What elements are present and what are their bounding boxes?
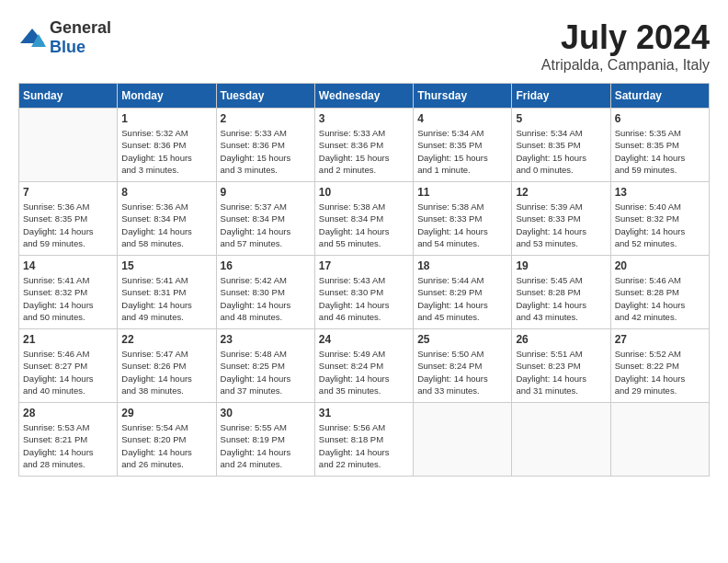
day-info: Sunrise: 5:43 AM Sunset: 8:30 PM Dayligh… [319, 274, 409, 323]
day-info: Sunrise: 5:46 AM Sunset: 8:27 PM Dayligh… [23, 348, 113, 396]
month-title: July 2024 [541, 18, 710, 57]
calendar-cell [19, 109, 118, 182]
calendar-cell: 14Sunrise: 5:41 AM Sunset: 8:32 PM Dayli… [19, 256, 118, 329]
calendar-week-4: 21Sunrise: 5:46 AM Sunset: 8:27 PM Dayli… [19, 329, 710, 403]
day-number: 30 [221, 407, 311, 419]
logo-general: General [50, 18, 111, 37]
weekday-header-thursday: Thursday [414, 84, 512, 109]
day-info: Sunrise: 5:53 AM Sunset: 8:21 PM Dayligh… [23, 421, 113, 470]
logo-icon [18, 27, 46, 49]
day-number: 21 [23, 333, 113, 346]
day-number: 8 [121, 186, 211, 199]
day-info: Sunrise: 5:39 AM Sunset: 8:33 PM Dayligh… [516, 201, 606, 249]
day-info: Sunrise: 5:47 AM Sunset: 8:26 PM Dayligh… [121, 348, 211, 396]
calendar-cell: 28Sunrise: 5:53 AM Sunset: 8:21 PM Dayli… [19, 403, 118, 477]
calendar-cell: 22Sunrise: 5:47 AM Sunset: 8:26 PM Dayli… [118, 329, 216, 403]
day-info: Sunrise: 5:45 AM Sunset: 8:28 PM Dayligh… [516, 274, 606, 323]
calendar-cell: 19Sunrise: 5:45 AM Sunset: 8:28 PM Dayli… [512, 256, 610, 329]
calendar-cell [610, 403, 709, 477]
calendar-cell: 6Sunrise: 5:35 AM Sunset: 8:35 PM Daylig… [610, 109, 709, 182]
day-info: Sunrise: 5:38 AM Sunset: 8:34 PM Dayligh… [319, 201, 409, 249]
day-info: Sunrise: 5:52 AM Sunset: 8:22 PM Dayligh… [615, 348, 705, 396]
calendar-cell: 31Sunrise: 5:56 AM Sunset: 8:18 PM Dayli… [314, 403, 413, 477]
day-number: 2 [221, 112, 311, 125]
day-number: 19 [516, 259, 606, 272]
day-number: 5 [516, 112, 606, 125]
day-number: 27 [615, 333, 705, 346]
weekday-header-saturday: Saturday [610, 84, 709, 109]
day-info: Sunrise: 5:38 AM Sunset: 8:33 PM Dayligh… [417, 201, 507, 249]
day-info: Sunrise: 5:48 AM Sunset: 8:25 PM Dayligh… [221, 348, 311, 396]
calendar-cell: 29Sunrise: 5:54 AM Sunset: 8:20 PM Dayli… [118, 403, 216, 477]
calendar-week-2: 7Sunrise: 5:36 AM Sunset: 8:35 PM Daylig… [19, 182, 710, 256]
day-info: Sunrise: 5:46 AM Sunset: 8:28 PM Dayligh… [615, 274, 705, 323]
calendar-cell: 5Sunrise: 5:34 AM Sunset: 8:35 PM Daylig… [512, 109, 610, 182]
calendar-cell: 10Sunrise: 5:38 AM Sunset: 8:34 PM Dayli… [314, 182, 413, 256]
day-info: Sunrise: 5:44 AM Sunset: 8:29 PM Dayligh… [417, 274, 507, 323]
calendar-cell: 26Sunrise: 5:51 AM Sunset: 8:23 PM Dayli… [512, 329, 610, 403]
day-info: Sunrise: 5:36 AM Sunset: 8:35 PM Dayligh… [23, 201, 113, 249]
calendar-cell: 9Sunrise: 5:37 AM Sunset: 8:34 PM Daylig… [216, 182, 314, 256]
day-info: Sunrise: 5:40 AM Sunset: 8:32 PM Dayligh… [615, 201, 705, 249]
calendar-week-1: 1Sunrise: 5:32 AM Sunset: 8:36 PM Daylig… [19, 109, 710, 182]
day-number: 17 [319, 259, 409, 272]
day-number: 25 [417, 333, 507, 346]
day-info: Sunrise: 5:37 AM Sunset: 8:34 PM Dayligh… [221, 201, 311, 249]
calendar-week-3: 14Sunrise: 5:41 AM Sunset: 8:32 PM Dayli… [19, 256, 710, 329]
calendar-cell: 3Sunrise: 5:33 AM Sunset: 8:36 PM Daylig… [314, 109, 413, 182]
calendar-cell: 21Sunrise: 5:46 AM Sunset: 8:27 PM Dayli… [19, 329, 118, 403]
calendar-cell: 7Sunrise: 5:36 AM Sunset: 8:35 PM Daylig… [19, 182, 118, 256]
weekday-header-wednesday: Wednesday [314, 84, 413, 109]
calendar-cell: 25Sunrise: 5:50 AM Sunset: 8:24 PM Dayli… [414, 329, 512, 403]
calendar-cell: 12Sunrise: 5:39 AM Sunset: 8:33 PM Dayli… [512, 182, 610, 256]
day-number: 12 [516, 186, 606, 199]
weekday-header-sunday: Sunday [19, 84, 118, 109]
day-number: 15 [121, 259, 211, 272]
day-number: 10 [319, 186, 409, 199]
day-info: Sunrise: 5:33 AM Sunset: 8:36 PM Dayligh… [221, 127, 311, 176]
day-number: 4 [417, 112, 507, 125]
day-number: 31 [319, 407, 409, 419]
day-info: Sunrise: 5:33 AM Sunset: 8:36 PM Dayligh… [319, 127, 409, 176]
day-number: 28 [23, 407, 113, 419]
calendar-cell: 16Sunrise: 5:42 AM Sunset: 8:30 PM Dayli… [216, 256, 314, 329]
calendar-cell: 20Sunrise: 5:46 AM Sunset: 8:28 PM Dayli… [610, 256, 709, 329]
calendar-cell: 4Sunrise: 5:34 AM Sunset: 8:35 PM Daylig… [414, 109, 512, 182]
title-area: July 2024 Atripalda, Campania, Italy [541, 18, 710, 74]
day-info: Sunrise: 5:49 AM Sunset: 8:24 PM Dayligh… [319, 348, 409, 396]
day-number: 9 [221, 186, 311, 199]
day-number: 26 [516, 333, 606, 346]
day-number: 22 [121, 333, 211, 346]
calendar-cell: 17Sunrise: 5:43 AM Sunset: 8:30 PM Dayli… [314, 256, 413, 329]
day-number: 6 [615, 112, 705, 125]
day-number: 1 [121, 112, 211, 125]
day-info: Sunrise: 5:50 AM Sunset: 8:24 PM Dayligh… [417, 348, 507, 396]
day-info: Sunrise: 5:41 AM Sunset: 8:32 PM Dayligh… [23, 274, 113, 323]
calendar-week-5: 28Sunrise: 5:53 AM Sunset: 8:21 PM Dayli… [19, 403, 710, 477]
day-number: 24 [319, 333, 409, 346]
day-info: Sunrise: 5:34 AM Sunset: 8:35 PM Dayligh… [516, 127, 606, 176]
day-number: 3 [319, 112, 409, 125]
weekday-header-monday: Monday [118, 84, 216, 109]
day-number: 29 [121, 407, 211, 419]
day-info: Sunrise: 5:55 AM Sunset: 8:19 PM Dayligh… [221, 421, 311, 470]
day-number: 14 [23, 259, 113, 272]
calendar-cell: 2Sunrise: 5:33 AM Sunset: 8:36 PM Daylig… [216, 109, 314, 182]
calendar-cell: 15Sunrise: 5:41 AM Sunset: 8:31 PM Dayli… [118, 256, 216, 329]
day-info: Sunrise: 5:41 AM Sunset: 8:31 PM Dayligh… [121, 274, 211, 323]
calendar-cell: 13Sunrise: 5:40 AM Sunset: 8:32 PM Dayli… [610, 182, 709, 256]
calendar-cell: 27Sunrise: 5:52 AM Sunset: 8:22 PM Dayli… [610, 329, 709, 403]
weekday-header-row: SundayMondayTuesdayWednesdayThursdayFrid… [19, 84, 710, 109]
weekday-header-tuesday: Tuesday [216, 84, 314, 109]
logo-blue: Blue [50, 38, 85, 56]
day-info: Sunrise: 5:54 AM Sunset: 8:20 PM Dayligh… [121, 421, 211, 470]
day-info: Sunrise: 5:34 AM Sunset: 8:35 PM Dayligh… [417, 127, 507, 176]
day-info: Sunrise: 5:42 AM Sunset: 8:30 PM Dayligh… [221, 274, 311, 323]
calendar-cell: 18Sunrise: 5:44 AM Sunset: 8:29 PM Dayli… [414, 256, 512, 329]
day-number: 16 [221, 259, 311, 272]
calendar-cell: 8Sunrise: 5:36 AM Sunset: 8:34 PM Daylig… [118, 182, 216, 256]
day-number: 18 [417, 259, 507, 272]
day-number: 20 [615, 259, 705, 272]
calendar-cell [512, 403, 610, 477]
day-info: Sunrise: 5:32 AM Sunset: 8:36 PM Dayligh… [121, 127, 211, 176]
